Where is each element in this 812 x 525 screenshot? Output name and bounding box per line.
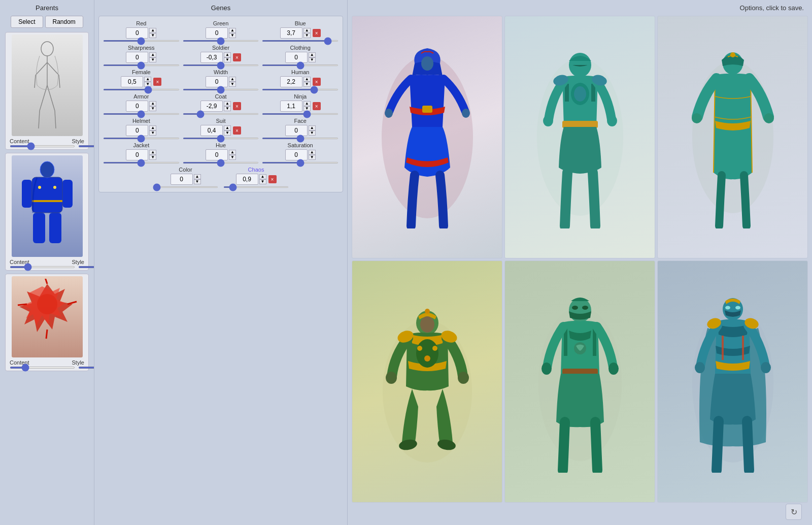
gene-suit-slider[interactable] bbox=[183, 138, 259, 139]
gene-human-slider[interactable] bbox=[262, 89, 339, 90]
svg-line-4 bbox=[35, 75, 36, 88]
parent-item-2[interactable]: Content Style bbox=[5, 153, 89, 271]
svg-point-20 bbox=[53, 186, 56, 189]
refresh-button[interactable]: ↻ bbox=[786, 504, 802, 520]
gene-width-label: Width bbox=[214, 69, 228, 75]
gene-hue-slider[interactable] bbox=[183, 162, 259, 163]
gene-armor-slider[interactable] bbox=[103, 113, 180, 115]
result-cell-5[interactable] bbox=[504, 260, 655, 503]
gene-jacket-slider[interactable] bbox=[103, 162, 180, 163]
parent-2-content-slider[interactable] bbox=[10, 266, 75, 268]
result-cell-2[interactable] bbox=[504, 16, 655, 258]
gene-female-remove[interactable]: × bbox=[153, 78, 161, 86]
gene-saturation-slider[interactable] bbox=[262, 162, 339, 163]
gene-row-5: Helmet ▲ ▼ Suit ▲ ▼ bbox=[103, 118, 339, 139]
gene-clothing-slider[interactable] bbox=[262, 64, 339, 66]
svg-point-38 bbox=[607, 115, 617, 126]
gene-blue-up[interactable]: ▲ bbox=[303, 28, 311, 33]
svg-point-19 bbox=[38, 186, 41, 189]
gene-ninja-remove[interactable]: × bbox=[313, 102, 321, 110]
parent-figure-3-svg bbox=[17, 279, 78, 355]
gene-blue-remove[interactable]: × bbox=[313, 29, 321, 37]
gene-soldier-slider[interactable] bbox=[183, 64, 259, 66]
result-cell-3[interactable] bbox=[657, 16, 808, 258]
gene-width: Width ▲ ▼ bbox=[183, 69, 259, 90]
gene-soldier-remove[interactable]: × bbox=[233, 53, 241, 61]
parent-item-3[interactable]: Content Style bbox=[5, 274, 89, 371]
gene-female-up[interactable]: ▲ bbox=[144, 77, 151, 82]
gene-coat-slider[interactable] bbox=[183, 113, 259, 115]
svg-point-74 bbox=[695, 362, 705, 373]
gene-red-slider[interactable] bbox=[103, 40, 180, 42]
gene-width-slider[interactable] bbox=[183, 89, 259, 90]
gene-saturation-up[interactable]: ▲ bbox=[309, 150, 316, 155]
gene-helmet-slider[interactable] bbox=[103, 138, 180, 139]
result-cell-6[interactable] bbox=[657, 260, 808, 503]
gene-female-slider[interactable] bbox=[103, 89, 180, 90]
svg-point-70 bbox=[725, 306, 730, 310]
result-cell-1[interactable] bbox=[352, 16, 502, 258]
color-chaos-row: Color ▲ ▼ Chaos ▲ ▼ bbox=[103, 167, 339, 188]
color-slider[interactable] bbox=[153, 186, 218, 188]
gene-hue-up[interactable]: ▲ bbox=[229, 150, 236, 155]
gene-green-slider[interactable] bbox=[183, 40, 259, 42]
svg-rect-18 bbox=[32, 200, 62, 202]
genes-container: Red ▲ ▼ Green ▲ ▼ bbox=[98, 16, 343, 192]
chaos-remove[interactable]: × bbox=[268, 175, 277, 183]
gene-green-up[interactable]: ▲ bbox=[229, 28, 236, 33]
chaos-slider[interactable] bbox=[223, 186, 289, 188]
char-svg-5 bbox=[529, 290, 631, 473]
gene-helmet-up[interactable]: ▲ bbox=[149, 125, 156, 130]
gene-clothing-label: Clothing bbox=[290, 45, 311, 51]
gene-suit-up[interactable]: ▲ bbox=[224, 125, 231, 130]
gene-blue-slider[interactable] bbox=[262, 40, 339, 42]
gene-suit-remove[interactable]: × bbox=[233, 126, 241, 135]
color-up[interactable]: ▲ bbox=[194, 174, 201, 179]
svg-point-63 bbox=[582, 306, 588, 310]
gene-soldier-up[interactable]: ▲ bbox=[224, 52, 231, 57]
gene-coat-remove[interactable]: × bbox=[233, 102, 241, 110]
gene-ninja: Ninja ▲ ▼ × bbox=[262, 93, 339, 115]
gene-human-remove[interactable]: × bbox=[313, 78, 321, 86]
middle-panel: Genes Red ▲ ▼ Green ▲ bbox=[94, 0, 348, 525]
parent-item-1[interactable]: Content Style bbox=[5, 32, 89, 150]
svg-line-9 bbox=[55, 111, 56, 128]
svg-point-44 bbox=[692, 113, 702, 123]
gene-coat-up[interactable]: ▲ bbox=[224, 101, 231, 106]
parent-figure-2-svg bbox=[17, 159, 78, 253]
svg-point-58 bbox=[386, 372, 397, 384]
svg-point-52 bbox=[432, 346, 437, 351]
gene-hue-label: Hue bbox=[216, 142, 226, 148]
chaos-up[interactable]: ▲ bbox=[259, 174, 266, 179]
gene-soldier-label: Soldier bbox=[212, 45, 229, 51]
result-cell-4[interactable] bbox=[352, 260, 502, 503]
gene-face-slider[interactable] bbox=[262, 138, 339, 139]
gene-human-up[interactable]: ▲ bbox=[303, 77, 311, 82]
gene-jacket-up[interactable]: ▲ bbox=[149, 150, 156, 155]
char-svg-6 bbox=[682, 290, 784, 473]
gene-face-up[interactable]: ▲ bbox=[309, 125, 316, 130]
gene-armor-up[interactable]: ▲ bbox=[149, 101, 156, 106]
gene-red-up[interactable]: ▲ bbox=[149, 28, 156, 33]
svg-point-21 bbox=[37, 294, 57, 314]
gene-clothing-up[interactable]: ▲ bbox=[309, 52, 316, 57]
svg-point-66 bbox=[542, 363, 552, 375]
svg-point-0 bbox=[41, 42, 53, 56]
parent-1-content-slider[interactable] bbox=[10, 145, 75, 147]
svg-rect-15 bbox=[49, 213, 61, 243]
parent-3-content-slider[interactable] bbox=[10, 367, 75, 369]
gene-coat: Coat ▲ ▼ × bbox=[183, 93, 259, 115]
gene-sharpness-up[interactable]: ▲ bbox=[149, 52, 156, 57]
gene-suit-label: Suit bbox=[216, 118, 226, 124]
gene-width-up[interactable]: ▲ bbox=[229, 77, 236, 82]
svg-rect-36 bbox=[562, 121, 598, 128]
random-button[interactable]: Random bbox=[45, 16, 83, 28]
svg-line-8 bbox=[39, 111, 40, 128]
gene-row-3: Female ▲ ▼ × Width ▲ ▼ bbox=[103, 69, 339, 90]
gene-ninja-slider[interactable] bbox=[262, 113, 339, 115]
gene-ninja-up[interactable]: ▲ bbox=[303, 101, 311, 106]
gene-row-1: Red ▲ ▼ Green ▲ ▼ bbox=[103, 20, 339, 42]
gene-sharpness-slider[interactable] bbox=[103, 64, 180, 66]
select-button[interactable]: Select bbox=[11, 16, 43, 28]
svg-point-53 bbox=[424, 355, 430, 362]
